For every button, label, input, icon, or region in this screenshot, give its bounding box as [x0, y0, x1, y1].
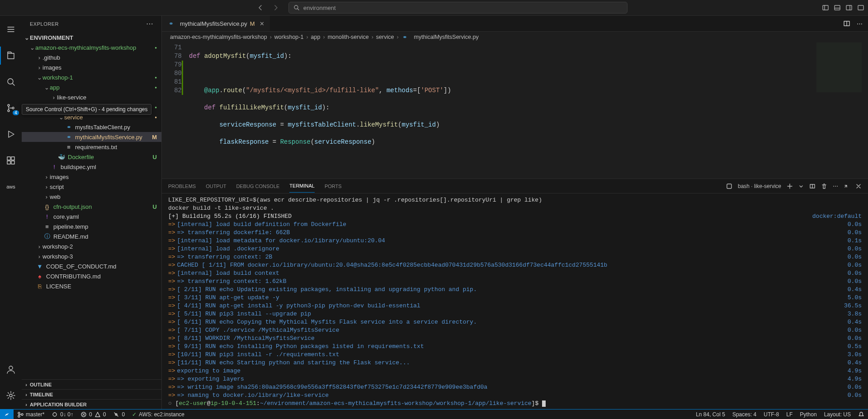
notifications-icon[interactable] — [854, 411, 868, 418]
source-control-icon[interactable]: 4 — [0, 99, 22, 117]
cursor-position[interactable]: Ln 84, Col 5 — [692, 411, 729, 418]
terminal-line: => [ 4/11] RUN apt-get install -y python… — [168, 302, 862, 310]
folder-web[interactable]: ›web — [22, 192, 161, 202]
section-outline[interactable]: ›OUTLINE — [22, 379, 161, 389]
folder-app[interactable]: ⌄app● — [22, 82, 161, 92]
file-license[interactable]: ⎘LICENSE — [22, 281, 161, 291]
svg-rect-12 — [11, 161, 14, 164]
svg-rect-11 — [7, 161, 10, 164]
file-mysfits-table[interactable]: ⚭mysfitsTableClient.py — [22, 122, 161, 132]
search-nav-icon[interactable] — [0, 73, 22, 91]
problems-indicator[interactable]: 0 0 — [77, 411, 109, 418]
folder-workshop1[interactable]: ⌄workshop-1● — [22, 72, 161, 82]
panel-more-icon[interactable]: ⋯ — [833, 183, 838, 189]
section-appbuilder[interactable]: ›APPLICATION BUILDER — [22, 399, 161, 409]
terminal-prompt[interactable]: ○ [ec2-user@ip-10-0-4-151:~/environment/… — [168, 400, 862, 408]
branch-indicator[interactable]: master* — [14, 411, 48, 418]
scm-badge: 4 — [13, 110, 19, 115]
terminal-line: => [internal] load .dockerignore0.0s — [168, 245, 862, 253]
tab-output[interactable]: OUTPUT — [206, 180, 226, 193]
svg-rect-9 — [7, 157, 10, 160]
encoding[interactable]: UTF-8 — [760, 411, 783, 418]
back-icon[interactable] — [257, 4, 264, 11]
folder-workshop3[interactable]: ›workshop-3 — [22, 251, 161, 261]
eol[interactable]: LF — [783, 411, 796, 418]
close-tab-icon[interactable]: ✕ — [259, 20, 264, 27]
maximize-panel-icon[interactable] — [844, 183, 850, 189]
file-contributing[interactable]: ♠CONTRIBUTING.md — [22, 271, 161, 281]
run-debug-icon[interactable] — [0, 125, 22, 143]
terminal-line: => => exporting layers4.9s — [168, 375, 862, 383]
file-core-yaml[interactable]: !core.yaml — [22, 212, 161, 221]
explorer-more-icon[interactable]: ⋯ — [146, 19, 154, 28]
layout-sidebar-left-icon[interactable] — [822, 4, 829, 11]
svg-point-5 — [8, 79, 13, 84]
file-requirements[interactable]: ≡requirements.txt — [22, 142, 161, 152]
breadcrumb[interactable]: amazon-ecs-mythicalmysfits-workshop› wor… — [162, 32, 868, 42]
terminal-line: => => writing image sha256:80aa29568c99e… — [168, 383, 862, 391]
layout-indicator[interactable]: Layout: US — [821, 411, 854, 418]
ports-indicator[interactable]: 0 — [109, 411, 128, 418]
tab-debug-console[interactable]: DEBUG CONSOLE — [236, 180, 279, 193]
folder-images2[interactable]: ›images — [22, 172, 161, 182]
terminal-line: => [ 8/11] WORKDIR /MythicalMysfitsServi… — [168, 334, 862, 343]
command-center-search[interactable]: environment — [288, 2, 627, 14]
folder-like-service[interactable]: ›like-service — [22, 92, 161, 102]
file-code-of-conduct[interactable]: ▼CODE_OF_CONDUCT.md — [22, 261, 161, 271]
svg-rect-2 — [835, 5, 840, 10]
folder-workshop-root[interactable]: ⌄amazon-ecs-mythicalmysfits-workshop ● — [22, 42, 161, 52]
menu-icon[interactable] — [0, 20, 22, 38]
explorer-sidebar: EXPLORER ⋯ ⌄ENVIRONMENT ⌄amazon-ecs-myth… — [22, 16, 162, 409]
new-terminal-icon[interactable] — [787, 183, 793, 189]
close-panel-icon[interactable] — [855, 183, 862, 189]
code-editor[interactable]: 71 78 79 80 81 82 def adoptMysfit(mysfit… — [162, 42, 868, 179]
terminal-dropdown-icon[interactable] — [798, 184, 804, 189]
sync-indicator[interactable]: 0↓ 0↑ — [48, 411, 77, 418]
split-terminal-icon[interactable] — [809, 183, 816, 189]
remote-indicator[interactable] — [0, 410, 14, 419]
terminal-line: => [ 9/11] RUN echo Installing Python pa… — [168, 343, 862, 351]
terminal-line: => exporting to image4.9s — [168, 367, 862, 375]
tab-mythical-service[interactable]: ⚭ mythicalMysfitsService.py M ✕ — [162, 16, 270, 31]
bottom-panel: PROBLEMS OUTPUT DEBUG CONSOLE TERMINAL P… — [162, 179, 868, 409]
layout-panel-icon[interactable] — [834, 4, 841, 11]
kill-terminal-icon[interactable] — [821, 183, 827, 189]
tab-ports[interactable]: PORTS — [325, 180, 342, 193]
tab-problems[interactable]: PROBLEMS — [168, 180, 196, 193]
forward-icon[interactable] — [272, 4, 279, 11]
folder-github[interactable]: ›.github — [22, 52, 161, 62]
tab-terminal[interactable]: TERMINAL — [289, 179, 315, 193]
env-root[interactable]: ⌄ENVIRONMENT — [22, 33, 161, 42]
svg-point-14 — [9, 394, 12, 397]
terminal-line: => [internal] load build context0.0s — [168, 269, 862, 278]
explorer-icon[interactable] — [0, 47, 22, 65]
svg-rect-16 — [727, 184, 731, 188]
file-buildspec[interactable]: !buildspec.yml — [22, 162, 161, 172]
account-icon[interactable] — [0, 360, 22, 378]
terminal-line: => [11/11] RUN echo Starting python and … — [168, 359, 862, 367]
aws-indicator[interactable]: ✓AWS: ec2:instance — [128, 411, 188, 418]
file-mythical-service[interactable]: ⚭mythicalMysfitsService.pyM — [22, 132, 161, 142]
code-content[interactable]: def adoptMysfit(mysfit_id): @app.route("… — [189, 42, 451, 179]
terminal-output[interactable]: LIKE_ECR_REPOSITORY_URI=$(aws ecr descri… — [162, 193, 868, 409]
terminal-line: => [10/11] RUN pip3 install -r ./require… — [168, 351, 862, 359]
file-dockerfile[interactable]: 🐳DockerfileU — [22, 152, 161, 162]
folder-images[interactable]: ›images — [22, 62, 161, 72]
settings-gear-icon[interactable] — [0, 386, 22, 405]
indentation[interactable]: Spaces: 4 — [729, 411, 760, 418]
tab-more-icon[interactable]: ⋯ — [857, 20, 863, 27]
minimap[interactable] — [816, 42, 862, 92]
aws-icon[interactable]: aws — [0, 178, 22, 196]
layout-customize-icon[interactable] — [857, 4, 864, 11]
file-cfn-output[interactable]: {}cfn-output.jsonU — [22, 202, 161, 212]
layout-sidebar-right-icon[interactable] — [845, 4, 853, 11]
file-readme[interactable]: ⓘREADME.md — [22, 231, 161, 241]
section-timeline[interactable]: ›TIMELINE — [22, 389, 161, 399]
terminal-line: => [ 5/11] RUN pip3 install --upgrade pi… — [168, 310, 862, 318]
split-editor-icon[interactable] — [843, 20, 850, 27]
folder-workshop2[interactable]: ›workshop-2 — [22, 241, 161, 251]
folder-script[interactable]: ›script — [22, 182, 161, 192]
language-mode[interactable]: Python — [796, 411, 820, 418]
file-pipeline[interactable]: ≡pipeline.temp — [22, 221, 161, 231]
extensions-icon[interactable] — [0, 151, 22, 169]
